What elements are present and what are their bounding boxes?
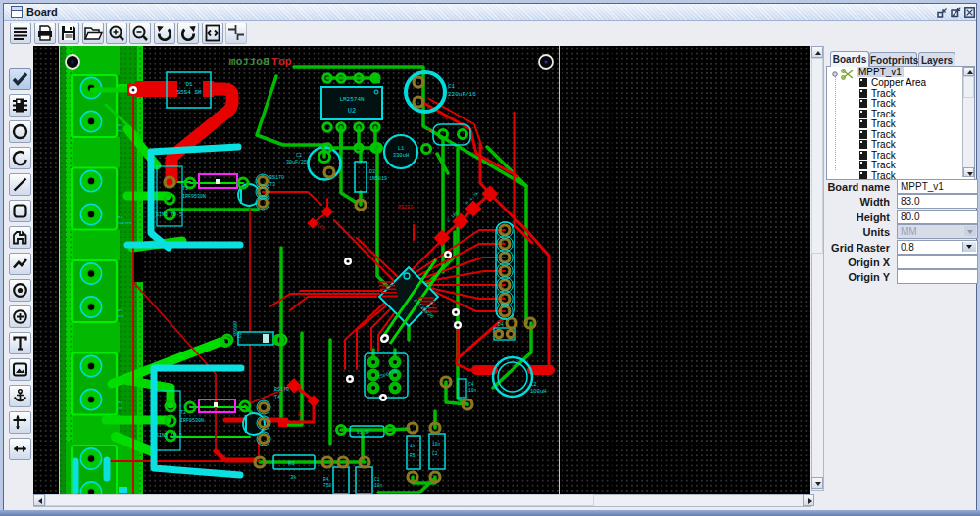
svg-text:T4: T4 xyxy=(274,395,280,400)
svg-text:1k: 1k xyxy=(410,444,416,448)
svg-text:SIN3 TO-5: SIN3 TO-5 xyxy=(156,212,182,218)
svg-text:U2: U2 xyxy=(348,107,356,115)
svg-text:10n: 10n xyxy=(432,442,440,446)
svg-text:RS232: RS232 xyxy=(398,205,413,211)
svg-text:C2: C2 xyxy=(432,451,438,456)
svg-text:D4: D4 xyxy=(498,322,504,327)
svg-text:B3: B3 xyxy=(118,308,122,312)
svg-text:IRF9530N: IRF9530N xyxy=(182,194,206,200)
svg-text:3k: 3k xyxy=(290,474,297,481)
svg-text:D1: D1 xyxy=(185,81,193,88)
svg-text:C4: C4 xyxy=(468,382,474,387)
svg-text:OUT: OUT xyxy=(118,314,125,318)
svg-text:B4: B4 xyxy=(118,400,122,404)
svg-text:L1: L1 xyxy=(398,145,405,152)
svg-text:R3: R3 xyxy=(288,460,295,467)
svg-text:1N5819: 1N5819 xyxy=(369,176,387,182)
svg-text:T3: T3 xyxy=(270,182,275,188)
svg-text:R4: R4 xyxy=(323,477,329,482)
svg-text:LM2574N: LM2574N xyxy=(339,96,365,103)
svg-text:IN: IN xyxy=(118,406,122,410)
svg-text:IRF9530N: IRF9530N xyxy=(180,418,204,424)
svg-text:T2: T2 xyxy=(180,410,186,416)
svg-text:BS170: BS170 xyxy=(274,387,289,393)
svg-text:100uH: 100uH xyxy=(530,388,547,395)
svg-text:BS170: BS170 xyxy=(270,175,284,181)
svg-text:D3: D3 xyxy=(369,169,375,175)
svg-text:Top: Top xyxy=(271,55,292,68)
svg-text:D2: D2 xyxy=(237,332,242,338)
svg-text:PV: PV xyxy=(118,129,122,133)
svg-text:SWITCH: SWITCH xyxy=(118,221,132,225)
svg-text:Bottom: Bottom xyxy=(228,55,270,68)
svg-text:S5S4 SM: S5S4 SM xyxy=(176,89,202,96)
svg-text:220uF/16: 220uF/16 xyxy=(448,91,476,98)
svg-text:C1: C1 xyxy=(448,83,456,90)
svg-text:750: 750 xyxy=(323,483,331,488)
svg-text:R5: R5 xyxy=(410,453,416,458)
svg-text:+: + xyxy=(427,127,431,135)
svg-text:L2: L2 xyxy=(530,381,537,388)
svg-text:10n: 10n xyxy=(374,483,382,488)
svg-text:C2: C2 xyxy=(296,153,302,159)
svg-text:B2: B2 xyxy=(118,215,122,219)
svg-text:SIN3 TO-5: SIN3 TO-5 xyxy=(156,433,182,439)
svg-text:81 9F: 81 9F xyxy=(357,430,370,435)
svg-text:B1: B1 xyxy=(118,123,122,127)
svg-text:1k: 1k xyxy=(298,419,304,425)
svg-text:T1: T1 xyxy=(182,186,188,192)
svg-text:10n: 10n xyxy=(468,388,476,393)
svg-text:C1: C1 xyxy=(374,477,380,482)
svg-text:8V: 8V xyxy=(445,116,451,121)
svg-text:R: R xyxy=(298,412,301,418)
svg-text:30uF/25U: 30uF/25U xyxy=(286,160,310,165)
svg-text:330uH: 330uH xyxy=(393,152,410,159)
